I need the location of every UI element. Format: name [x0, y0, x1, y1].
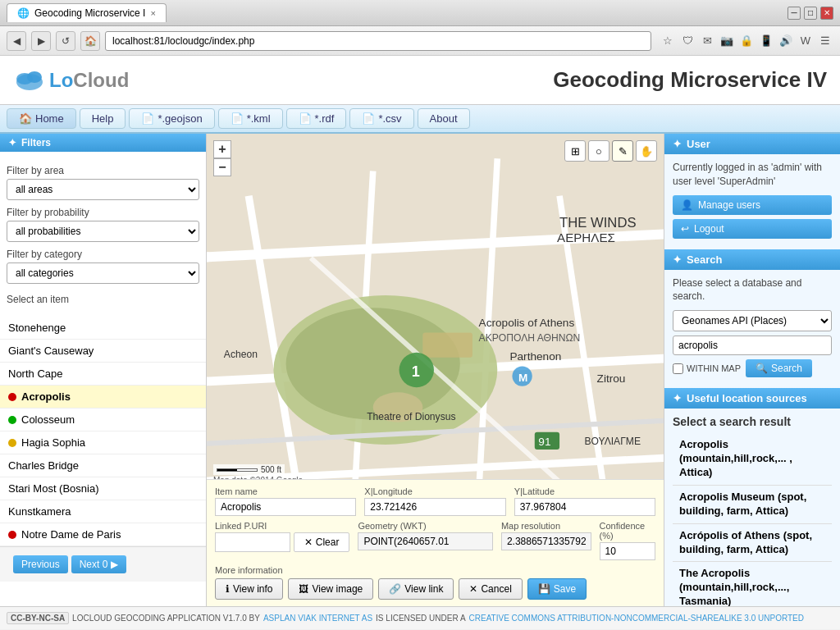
filter-cat-select[interactable]: all categories	[7, 262, 199, 284]
next-btn[interactable]: Next 0 ▶	[71, 555, 127, 573]
stonehenge-label: Stonehenge	[8, 322, 66, 334]
prev-btn[interactable]: Previous	[13, 555, 68, 573]
nav-geojson[interactable]: 📄 *.geojson	[129, 108, 214, 129]
maximize-btn[interactable]: □	[804, 7, 817, 20]
search-btn[interactable]: 🔍 Search	[746, 359, 812, 377]
nav-kml[interactable]: 📄 *.kml	[218, 108, 283, 129]
notre-dame-dot	[8, 531, 16, 539]
map-area[interactable]: + − ⊞ ○ ✎ ✋	[207, 134, 664, 606]
info-actions: ℹ View info 🖼 View image 🔗 View link ✕ C…	[215, 578, 655, 600]
zoom-out-btn[interactable]: −	[213, 158, 231, 176]
map-tool-circle[interactable]: ○	[588, 140, 609, 162]
zoom-in-btn[interactable]: +	[213, 140, 231, 158]
map-tool-hand[interactable]: ✋	[636, 140, 657, 162]
svg-point-12	[286, 308, 460, 419]
minimize-btn[interactable]: ─	[788, 7, 801, 20]
search-input[interactable]	[673, 336, 832, 355]
list-item-north-cape[interactable]: North Cape	[0, 363, 206, 386]
browser-tab[interactable]: 🌐 Geocoding Microservice I ×	[7, 3, 167, 22]
linked-puri-input[interactable]	[215, 532, 290, 552]
view-info-btn[interactable]: ℹ View info	[215, 578, 283, 600]
list-item-acropolis[interactable]: Acropolis	[0, 386, 206, 409]
lat-label: Y|Latitude	[514, 486, 655, 496]
sidebar-header: ✦ Filters	[0, 134, 206, 152]
result-item-2[interactable]: Acrópolis of Athens (spot, building, far…	[673, 524, 832, 563]
close-btn[interactable]: ✕	[820, 7, 833, 20]
item-name-input[interactable]	[215, 498, 356, 516]
right-panel: ✦ User Currently logged in as 'admin' wi…	[664, 134, 840, 606]
list-item-notre-dame[interactable]: Notre Dame de Paris	[0, 523, 206, 546]
nav-csv[interactable]: 📄 *.csv	[349, 108, 413, 129]
filter-cat-label: Filter by category	[7, 249, 199, 260]
acropolis-label: Acropolis	[21, 390, 71, 403]
address-bar[interactable]	[105, 31, 651, 51]
list-item-charles-bridge[interactable]: Charles Bridge	[0, 454, 206, 477]
geom-wkt-input[interactable]	[358, 532, 492, 550]
manage-users-btn[interactable]: 👤 Manage users	[673, 195, 832, 215]
clear-btn[interactable]: ✕ Clear	[294, 532, 349, 552]
lon-input[interactable]	[364, 498, 505, 516]
tab-close-btn[interactable]: ×	[150, 8, 155, 18]
acropolis-dot	[8, 393, 16, 401]
user-icon: ✦	[673, 138, 682, 150]
map-tool-grid[interactable]: ⊞	[564, 140, 586, 162]
nav-rdf[interactable]: 📄 *.rdf	[286, 108, 347, 129]
info-top-row: Item name X|Longitude Y|Latitude	[215, 486, 655, 516]
filter-area-select[interactable]: all areas	[7, 179, 199, 200]
list-item-stari-most[interactable]: Stari Most (Bosnia)	[0, 477, 206, 500]
save-btn[interactable]: 💾 Save	[527, 578, 587, 600]
ext1-icon[interactable]: 🔒	[738, 33, 755, 49]
confidence-input[interactable]	[600, 542, 656, 560]
view-link-btn[interactable]: 🔗 View link	[378, 578, 454, 600]
info-icon: ℹ	[226, 583, 230, 595]
screenshot-icon[interactable]: 📷	[719, 33, 735, 49]
map-res-field: Map resolution	[501, 521, 591, 560]
ext4-icon[interactable]: W	[797, 33, 814, 49]
ext2-icon[interactable]: 📱	[758, 33, 774, 49]
map-res-input[interactable]	[501, 532, 591, 550]
footer-link2[interactable]: CREATIVE COMMONS ATTRIBUTION-NONCOMMERCI…	[469, 614, 804, 623]
charles-bridge-label: Charles Bridge	[8, 459, 79, 472]
footer-link1[interactable]: ASPLAN VIAK INTERNET AS	[263, 614, 372, 623]
svg-text:91: 91	[538, 436, 550, 448]
logout-btn[interactable]: ↩ Logout	[673, 219, 832, 239]
within-map-label[interactable]: WITHIN MAP	[673, 363, 741, 374]
result-item-1[interactable]: Acropolis Museum (spot, building, farm, …	[673, 486, 832, 524]
result-item-0[interactable]: Acropolis (mountain,hill,rock,... , Atti…	[673, 433, 832, 486]
nav-about[interactable]: About	[418, 108, 470, 129]
mail-icon[interactable]: ✉	[699, 33, 715, 49]
menu-icon[interactable]: ☰	[817, 33, 833, 49]
item-name-label: Item name	[215, 486, 356, 496]
main-layout: ✦ Filters Filter by area all areas Filte…	[0, 134, 840, 606]
within-map-checkbox[interactable]	[673, 363, 683, 374]
list-item-hagia-sophia[interactable]: Hagia Sophia	[0, 431, 206, 454]
result-item-3[interactable]: The Acropolis (mountain,hill,rock,..., T…	[673, 562, 832, 606]
list-item-colosseum[interactable]: Colosseum	[0, 409, 206, 431]
svg-text:Acheon: Acheon	[224, 349, 258, 360]
select-result-title: Select a search result	[673, 415, 832, 428]
reload-btn[interactable]: ↺	[56, 31, 75, 51]
list-item-giants-causeway[interactable]: Giant's Causeway	[0, 340, 206, 363]
back-btn[interactable]: ◀	[7, 31, 26, 51]
home-btn[interactable]: 🏠	[80, 31, 100, 51]
search-title: Search	[687, 253, 722, 266]
bookmark-icon[interactable]: ☆	[660, 33, 676, 49]
search-db-select[interactable]: Geonames API (Places)	[673, 310, 832, 331]
nav-home[interactable]: 🏠 Home	[7, 108, 76, 129]
lat-field: Y|Latitude	[514, 486, 655, 516]
forward-btn[interactable]: ▶	[31, 31, 51, 51]
ext3-icon[interactable]: 🔊	[778, 33, 794, 49]
notre-dame-label: Notre Dame de Paris	[21, 528, 121, 541]
stari-most-label: Stari Most (Bosnia)	[8, 482, 99, 495]
result-2-title: Acrópolis of Athens (spot, building, far…	[679, 529, 825, 557]
nav-help[interactable]: Help	[80, 108, 126, 129]
list-item-kunstkamera[interactable]: Kunstkamera	[0, 500, 206, 523]
lat-input[interactable]	[514, 498, 655, 516]
list-item-stonehenge[interactable]: Stonehenge	[0, 317, 206, 340]
cancel-btn[interactable]: ✕ Cancel	[459, 578, 522, 600]
useful-icon: ✦	[673, 392, 682, 404]
filter-prob-select[interactable]: all probabilities	[7, 221, 199, 242]
manage-users-icon: 👤	[681, 199, 693, 211]
view-image-btn[interactable]: 🖼 View image	[288, 578, 373, 600]
map-tool-edit[interactable]: ✎	[612, 140, 633, 162]
